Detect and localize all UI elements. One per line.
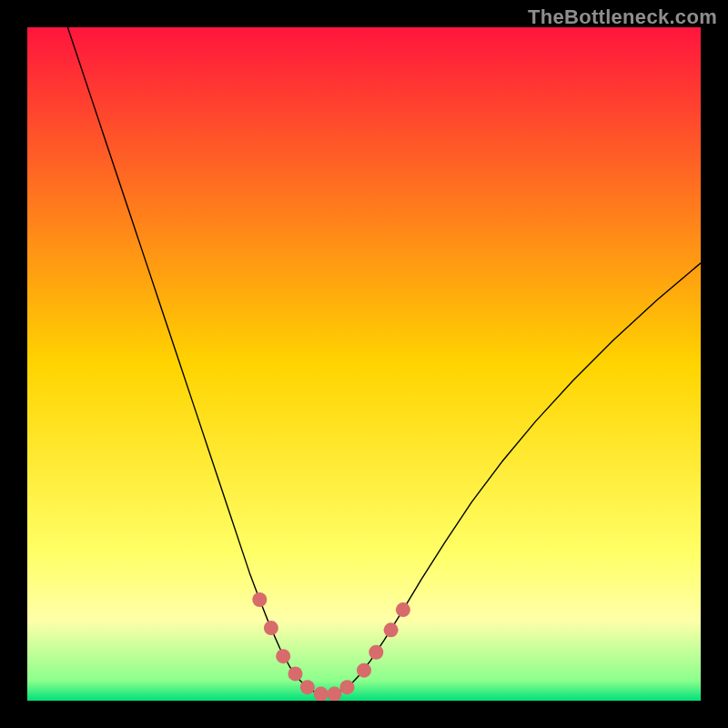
marker-dot [252,592,267,607]
marker-dot [384,622,399,637]
chart-stage: TheBottleneck.com [0,0,728,728]
watermark-label: TheBottleneck.com [528,5,717,29]
marker-dot [276,649,290,663]
marker-dot [300,680,315,694]
marker-dot [314,687,329,701]
marker-dot [288,666,303,681]
marker-dot [340,680,355,694]
marker-dot [396,602,410,617]
marker-dot [369,645,383,660]
marker-dot [327,687,341,701]
gradient-background [27,27,701,701]
plot-area [27,27,701,701]
marker-dot [357,663,371,678]
chart-svg [27,27,701,701]
marker-dot [264,621,278,635]
